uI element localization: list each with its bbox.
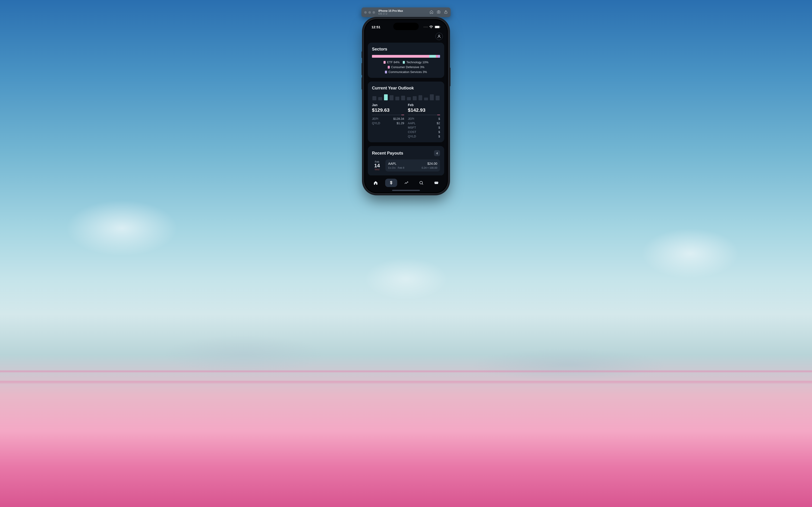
payout-item-card[interactable]: AAPL $24.00 Ex-Div Feb 8 0.24 × 100.00 xyxy=(385,159,440,171)
sectors-card: Sectors ETF 84%Technology 10%Consumer De… xyxy=(368,43,444,78)
payout-date: Feb 14 Wed xyxy=(372,159,382,171)
chart-line-icon xyxy=(404,180,409,185)
side-button-vol-down xyxy=(362,77,362,90)
legend-swatch xyxy=(383,61,386,64)
amount-label: $1.29 xyxy=(396,121,404,125)
ticker-label: COST xyxy=(408,130,416,134)
house-icon xyxy=(373,180,378,185)
spark-bar xyxy=(372,96,376,100)
amount-label: $2 xyxy=(437,121,440,125)
simulator-title-block: iPhone 15 Pro Max iOS 17.2 xyxy=(378,9,430,15)
legend-item: ETF 84% xyxy=(383,60,399,64)
legend-label: ETF 84% xyxy=(387,60,399,64)
amount-label: $ xyxy=(438,134,440,138)
payouts-count-badge[interactable]: 4 xyxy=(434,150,440,156)
svg-rect-6 xyxy=(440,26,440,27)
window-traffic-lights[interactable] xyxy=(364,11,375,14)
ticker-label: QYLD xyxy=(372,121,380,125)
table-row: QYLD$ xyxy=(408,134,440,138)
legend-label: Consumer Defensive 3% xyxy=(391,65,425,69)
month-name: Jan xyxy=(372,103,404,107)
dollar-icon xyxy=(389,180,393,185)
table-row: MSFT$ xyxy=(408,126,440,129)
payout-amount: $24.00 xyxy=(427,162,437,165)
legend-item: Communication Services 3% xyxy=(385,70,427,74)
svg-point-1 xyxy=(438,11,439,12)
ticker-label: AAPL xyxy=(408,121,416,125)
tab-search[interactable] xyxy=(416,179,427,187)
amount-label: $128.34 xyxy=(393,117,404,120)
spark-bar xyxy=(419,95,423,100)
side-button-silence xyxy=(362,51,362,58)
sectors-stacked-bar xyxy=(372,55,440,58)
spark-bar xyxy=(436,96,440,100)
sector-segment xyxy=(429,55,436,58)
legend-item: Technology 10% xyxy=(403,60,428,64)
table-row: JEPI$128.34 xyxy=(372,117,404,120)
outlook-month-column: Jan$129.63JEPI$128.34QYLD$1.29 xyxy=(372,103,404,138)
spark-bar xyxy=(389,95,393,100)
spark-bar xyxy=(378,97,382,100)
wallpaper-horizon xyxy=(0,365,812,416)
side-button-vol-up xyxy=(362,63,362,75)
payout-date-day: 14 xyxy=(374,163,380,168)
traffic-zoom[interactable] xyxy=(373,11,375,14)
dynamic-island xyxy=(393,23,419,30)
ticker-label: MSFT xyxy=(408,126,416,129)
svg-point-7 xyxy=(438,35,440,36)
svg-rect-10 xyxy=(435,182,438,183)
device-frame: 12:51 Sectors ETF 84%Technology 10%Consu… xyxy=(364,19,448,193)
legend-swatch xyxy=(403,61,405,64)
legend-item: Consumer Defensive 3% xyxy=(388,65,425,69)
legend-swatch xyxy=(385,71,387,73)
table-row: COST$ xyxy=(408,130,440,134)
wifi-icon xyxy=(429,25,433,29)
card-icon xyxy=(434,180,439,185)
amount-label: $ xyxy=(438,117,440,120)
simulator-device-name: iPhone 15 Pro Max xyxy=(378,9,430,12)
month-divider xyxy=(372,115,404,115)
payout-ticker: AAPL xyxy=(388,162,396,165)
app-header xyxy=(365,32,447,43)
svg-point-8 xyxy=(420,181,423,184)
legend-swatch xyxy=(388,66,390,69)
payout-date-weekday: Wed xyxy=(375,168,379,171)
simulator-actions xyxy=(430,10,448,15)
spark-bar xyxy=(413,96,417,100)
profile-button[interactable] xyxy=(435,33,443,40)
user-icon xyxy=(437,34,441,39)
svg-point-3 xyxy=(431,28,432,28)
battery-icon xyxy=(435,25,440,29)
table-row: JEPI$ xyxy=(408,117,440,120)
spark-bar xyxy=(384,94,388,100)
traffic-close[interactable] xyxy=(364,11,367,14)
payouts-title: Recent Payouts xyxy=(372,151,403,156)
svg-rect-5 xyxy=(435,26,439,28)
simulator-toolbar: iPhone 15 Pro Max iOS 17.2 xyxy=(362,7,451,17)
spark-bar xyxy=(407,97,411,100)
tab-performance[interactable] xyxy=(401,179,412,187)
month-divider xyxy=(408,115,440,115)
screenshot-icon[interactable] xyxy=(437,10,441,15)
payouts-card: Recent Payouts 4 Feb 14 Wed AAPL $24.00 xyxy=(368,146,444,175)
traffic-minimize[interactable] xyxy=(369,11,371,14)
spark-bar xyxy=(401,96,405,100)
search-icon xyxy=(419,180,424,185)
spark-bar xyxy=(430,94,434,100)
share-icon[interactable] xyxy=(444,10,448,15)
payout-breakdown: 0.24 × 100.00 xyxy=(422,166,437,169)
home-indicator[interactable] xyxy=(392,190,420,191)
month-name: Feb xyxy=(408,103,440,107)
amount-label: $ xyxy=(438,130,440,134)
device-screen: 12:51 Sectors ETF 84%Technology 10%Consu… xyxy=(365,20,447,192)
tab-home[interactable] xyxy=(370,179,381,187)
payout-exdiv-date: Feb 8 xyxy=(398,166,404,169)
tab-dividends[interactable] xyxy=(385,179,397,187)
ticker-label: JEPI xyxy=(372,117,378,120)
sectors-title: Sectors xyxy=(372,47,440,52)
home-icon[interactable] xyxy=(430,10,434,15)
spark-bar xyxy=(424,98,428,100)
app-content: Sectors ETF 84%Technology 10%Consumer De… xyxy=(365,43,447,175)
tab-card[interactable] xyxy=(431,179,442,187)
table-row: AAPL$2 xyxy=(408,121,440,125)
